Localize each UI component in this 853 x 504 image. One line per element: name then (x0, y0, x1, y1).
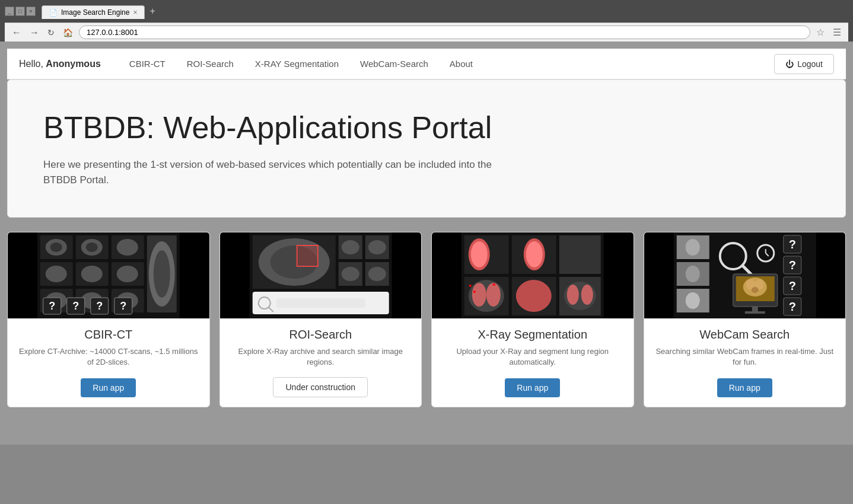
hero-subtitle: Here we presenting the 1-st version of w… (43, 157, 518, 187)
hero-section: BTBDB: Web-Applications Portal Here we p… (7, 79, 846, 218)
logout-label: Logout (797, 59, 823, 69)
svg-text:?: ? (96, 300, 103, 312)
window-controls: _ □ × (5, 7, 36, 16)
webcam-search-run-button[interactable]: Run app (717, 378, 772, 397)
card-xray-seg-title: X-Ray Segmentation (478, 328, 587, 342)
card-roi-search-image (220, 232, 422, 318)
svg-text:?: ? (788, 300, 795, 313)
roi-search-construction-button[interactable]: Under construction (273, 377, 368, 397)
browser-chrome: _ □ × 📄 Image Search Engine × + ← → ↻ 🏠 … (0, 0, 853, 42)
nav-about[interactable]: About (439, 49, 483, 78)
xray-seg-run-button[interactable]: Run app (505, 378, 560, 397)
card-xray-seg-image (432, 232, 634, 318)
card-xray-seg: X-Ray Segmentation Upload your X-Ray and… (431, 232, 634, 407)
tab-bar: 📄 Image Search Engine × + (42, 4, 160, 19)
card-xray-seg-body: X-Ray Segmentation Upload your X-Ray and… (432, 318, 634, 407)
svg-point-78 (685, 266, 699, 282)
forward-button[interactable]: → (27, 26, 42, 39)
svg-point-62 (469, 285, 472, 287)
svg-point-3 (50, 243, 62, 252)
card-cbir-ct-title: CBIR-CT (84, 328, 132, 342)
svg-text:?: ? (788, 238, 795, 251)
card-roi-search-body: ROI-Search Explore X-Ray archive and sea… (220, 318, 422, 407)
svg-point-10 (46, 266, 67, 282)
card-roi-search-desc: Explore X-Ray archive and search similar… (230, 346, 412, 368)
navbar-greeting: Hello, (19, 59, 46, 69)
svg-point-43 (368, 240, 386, 254)
card-cbir-ct-desc: Explore CT-Archive: ~14000 CT-scans, ~1.… (17, 346, 200, 369)
nav-xray-segmentation[interactable]: X-RAY Segmentation (244, 49, 349, 78)
svg-rect-57 (559, 235, 601, 274)
card-roi-search: ROI-Search Explore X-Ray archive and sea… (219, 232, 422, 407)
bookmark-button[interactable]: ☆ (814, 25, 827, 39)
minimize-btn[interactable]: _ (5, 7, 14, 16)
browser-toolbar: ← → ↻ 🏠 ☆ ☰ (5, 23, 848, 42)
svg-point-88 (751, 287, 758, 293)
svg-point-23 (154, 250, 170, 298)
svg-point-69 (567, 285, 579, 305)
svg-text:?: ? (49, 300, 55, 312)
page-content: Hello, Anonymous CBIR-CT ROI-Search X-RA… (0, 42, 853, 445)
svg-text:?: ? (120, 300, 126, 312)
tab-title: Image Search Engine (61, 8, 129, 17)
refresh-button[interactable]: ↻ (45, 27, 57, 39)
svg-rect-89 (752, 307, 757, 311)
svg-rect-37 (298, 247, 316, 265)
card-roi-search-title: ROI-Search (289, 328, 352, 342)
svg-point-8 (117, 239, 138, 256)
logout-button[interactable]: ⏻ Logout (774, 54, 834, 74)
back-button[interactable]: ← (9, 26, 24, 39)
svg-point-60 (472, 283, 486, 307)
navbar-username: Anonymous (46, 59, 100, 69)
svg-text:?: ? (72, 300, 79, 312)
navbar-links: CBIR-CT ROI-Search X-RAY Segmentation We… (119, 49, 774, 78)
address-bar[interactable] (79, 25, 810, 39)
card-cbir-ct: ? ? ? ? CBIR-CT Explore CT-Archive: ~140… (7, 232, 210, 407)
maximize-btn[interactable]: □ (15, 7, 25, 16)
svg-point-61 (486, 283, 501, 307)
svg-point-70 (581, 285, 593, 305)
nav-roi-search[interactable]: ROI-Search (176, 49, 244, 78)
navbar-brand: Hello, Anonymous (19, 59, 101, 69)
svg-point-12 (81, 266, 103, 282)
card-webcam-search-body: WebCam Search Searching similar WebCam f… (644, 318, 846, 407)
svg-point-53 (471, 241, 488, 267)
card-cbir-ct-image: ? ? ? ? (8, 232, 209, 318)
svg-point-66 (516, 280, 552, 312)
new-tab-button[interactable]: + (145, 4, 160, 19)
svg-point-45 (368, 267, 386, 281)
svg-text:?: ? (788, 259, 795, 272)
svg-point-64 (493, 283, 495, 286)
card-cbir-ct-body: CBIR-CT Explore CT-Archive: ~14000 CT-sc… (8, 318, 209, 407)
tab-close-btn[interactable]: × (133, 8, 137, 17)
svg-point-76 (685, 239, 699, 256)
svg-rect-49 (276, 298, 365, 308)
svg-point-14 (117, 266, 138, 282)
menu-button[interactable]: ☰ (830, 25, 844, 39)
home-button[interactable]: 🏠 (61, 27, 75, 39)
card-webcam-search-desc: Searching similar WebCam frames in real-… (654, 346, 836, 369)
svg-point-39 (341, 240, 359, 254)
card-webcam-search: ? ? ? ? WebCam Search Searching similar … (644, 232, 846, 407)
close-btn[interactable]: × (26, 7, 36, 16)
svg-point-41 (341, 267, 359, 281)
navbar: Hello, Anonymous CBIR-CT ROI-Search X-RA… (7, 49, 846, 79)
nav-cbir-ct[interactable]: CBIR-CT (119, 49, 176, 78)
nav-webcam-search[interactable]: WebCam-Search (349, 49, 439, 78)
svg-point-56 (526, 241, 543, 267)
svg-text:?: ? (788, 279, 795, 292)
svg-rect-90 (744, 311, 765, 314)
svg-point-80 (685, 292, 699, 309)
hero-title: BTBDB: Web-Applications Portal (43, 110, 810, 145)
active-tab[interactable]: 📄 Image Search Engine × (42, 5, 145, 19)
svg-point-6 (86, 243, 98, 252)
tab-favicon: 📄 (49, 9, 58, 17)
titlebar: _ □ × 📄 Image Search Engine × + (5, 4, 848, 19)
card-webcam-search-image: ? ? ? ? (644, 232, 846, 318)
power-icon: ⏻ (785, 59, 794, 69)
card-xray-seg-desc: Upload your X-Ray and segment lung regio… (441, 346, 624, 369)
card-webcam-search-title: WebCam Search (699, 328, 790, 342)
svg-point-63 (473, 291, 476, 293)
cards-row: ? ? ? ? CBIR-CT Explore CT-Archive: ~140… (7, 232, 846, 407)
cbir-ct-run-button[interactable]: Run app (81, 378, 136, 397)
